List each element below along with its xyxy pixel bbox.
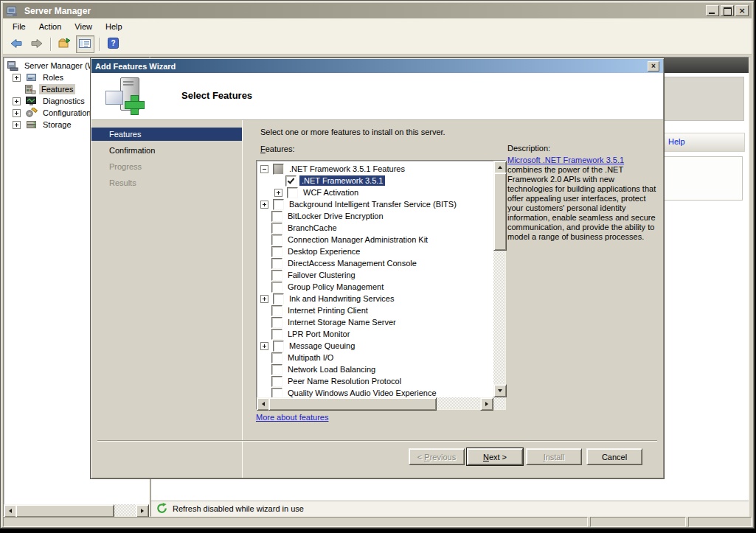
wizard-close-button[interactable]: × — [648, 61, 659, 72]
feature-checkbox[interactable] — [285, 175, 296, 187]
wizard-titlebar[interactable]: Add Features Wizard × — [91, 59, 663, 73]
feature-label: Connection Manager Administration Kit — [285, 234, 430, 245]
toolbar: ? — [3, 34, 752, 55]
feature-expander[interactable] — [260, 342, 268, 350]
down-arrow-icon — [498, 389, 502, 392]
menu-item-help[interactable]: Help — [99, 20, 129, 33]
feature-row[interactable]: BitLocker Drive Encryption — [257, 210, 493, 222]
feature-row[interactable]: BranchCache — [257, 222, 493, 234]
feature-checkbox[interactable] — [273, 164, 284, 175]
menu-item-file[interactable]: File — [6, 20, 32, 33]
feature-checkbox[interactable] — [271, 317, 282, 328]
feature-expander[interactable] — [260, 295, 268, 303]
feature-row[interactable]: Ink and Handwriting Services — [257, 293, 493, 304]
window-titlebar[interactable]: Server Manager × — [3, 3, 752, 18]
feature-label: .NET Framework 3.5.1 Features — [287, 164, 407, 174]
feature-checkbox[interactable] — [271, 211, 282, 222]
tree-item-label: Roles — [41, 72, 66, 83]
feature-row[interactable]: Background Intelligent Transfer Service … — [257, 198, 493, 210]
feature-row[interactable]: Internet Storage Name Server — [257, 316, 493, 328]
feature-checkbox[interactable] — [271, 388, 282, 398]
cancel-button[interactable]: Cancel — [586, 448, 642, 465]
feature-checkbox[interactable] — [271, 246, 282, 257]
roles-icon — [25, 72, 38, 83]
feature-row[interactable]: Network Load Balancing — [257, 363, 493, 375]
features-list: .NET Framework 3.5.1 Features.NET Framew… — [256, 160, 506, 410]
feature-row[interactable]: Group Policy Management — [257, 281, 493, 293]
feature-checkbox[interactable] — [271, 223, 282, 234]
feature-checkbox[interactable] — [271, 376, 282, 387]
feature-checkbox[interactable] — [271, 352, 282, 363]
feature-row[interactable]: Multipath I/O — [257, 352, 493, 363]
feature-label: Quality Windows Audio Video Experience — [285, 388, 439, 397]
scroll-thumb[interactable] — [15, 504, 114, 518]
close-button[interactable]: × — [735, 5, 749, 16]
feature-checkbox[interactable] — [271, 282, 282, 293]
tree-expander[interactable] — [13, 109, 21, 117]
feature-row[interactable]: Connection Manager Administration Kit — [257, 234, 493, 245]
feature-checkbox[interactable] — [271, 305, 282, 316]
help-button[interactable]: ? — [104, 35, 122, 53]
feature-row[interactable]: LPR Port Monitor — [257, 328, 493, 340]
feature-checkbox[interactable] — [273, 341, 284, 352]
scroll-thumb[interactable] — [493, 173, 507, 251]
wizard-steps-sidebar: FeaturesConfirmationProgressResults — [91, 120, 243, 478]
maximize-icon — [724, 7, 732, 15]
feature-row[interactable]: Quality Windows Audio Video Experience — [257, 387, 493, 397]
feature-row[interactable]: DirectAccess Management Console — [257, 257, 493, 269]
menu-item-view[interactable]: View — [68, 20, 99, 33]
minimize-button[interactable] — [706, 5, 719, 16]
feature-label: Message Queuing — [287, 341, 357, 351]
add-features-wizard-dialog: Add Features Wizard × Select Features Fe… — [90, 58, 665, 479]
tree-expander[interactable] — [13, 74, 21, 82]
server-manager-app-icon — [6, 6, 18, 16]
feature-checkbox[interactable] — [271, 329, 282, 340]
feature-label: BranchCache — [285, 223, 339, 233]
help-link[interactable]: Help — [668, 137, 685, 146]
feature-row[interactable]: Peer Name Resolution Protocol — [257, 375, 493, 387]
feature-row[interactable]: WCF Activation — [257, 187, 493, 198]
feature-checkbox[interactable] — [271, 258, 282, 269]
refresh-icon — [156, 503, 167, 515]
show-console-tree-button[interactable] — [76, 35, 94, 53]
feature-checkbox[interactable] — [273, 293, 284, 304]
feature-row[interactable]: Failover Clustering — [257, 269, 493, 281]
feature-checkbox[interactable] — [271, 270, 282, 281]
tree-expander[interactable] — [13, 121, 21, 129]
back-button[interactable] — [7, 35, 25, 53]
feature-expander[interactable] — [260, 201, 268, 209]
forward-button[interactable] — [27, 35, 46, 53]
features-vertical-scrollbar[interactable] — [493, 161, 505, 397]
feature-checkbox[interactable] — [287, 187, 298, 198]
tree-expander[interactable] — [13, 97, 21, 105]
window-title: Server Manager — [24, 6, 91, 16]
feature-expander[interactable] — [260, 165, 268, 173]
previous-button: < Previous — [409, 448, 465, 465]
feature-checkbox[interactable] — [271, 234, 282, 245]
next-button[interactable]: Next > — [467, 448, 523, 465]
scroll-right-button[interactable] — [480, 397, 493, 411]
status-bar-section — [590, 517, 686, 527]
wizard-step-features: Features — [91, 128, 242, 141]
feature-label: Group Policy Management — [285, 282, 386, 292]
feature-checkbox[interactable] — [271, 364, 282, 375]
feature-row[interactable]: .NET Framework 3.5.1 Features — [257, 163, 493, 175]
page-title: Select Features — [181, 90, 252, 101]
scroll-right-button[interactable] — [136, 504, 149, 518]
menu-item-action[interactable]: Action — [32, 20, 69, 33]
feature-checkbox[interactable] — [273, 199, 284, 210]
feature-row[interactable]: Desktop Experience — [257, 245, 493, 257]
scroll-thumb[interactable] — [268, 397, 437, 411]
feature-row[interactable]: .NET Framework 3.5.1 — [257, 175, 493, 187]
feature-row[interactable]: Message Queuing — [257, 340, 493, 352]
description-link[interactable]: Microsoft .NET Framework 3.5.1 — [507, 156, 624, 164]
export-list-button[interactable] — [55, 35, 74, 53]
feature-row[interactable]: Internet Printing Client — [257, 304, 493, 316]
tree-horizontal-scrollbar[interactable] — [4, 504, 149, 516]
features-horizontal-scrollbar[interactable] — [257, 397, 493, 409]
feature-expander[interactable] — [274, 189, 282, 197]
scroll-down-button[interactable] — [493, 384, 507, 397]
maximize-button[interactable] — [721, 5, 734, 16]
more-about-features-link[interactable]: More about features — [256, 413, 328, 422]
up-arrow-icon — [498, 166, 502, 169]
